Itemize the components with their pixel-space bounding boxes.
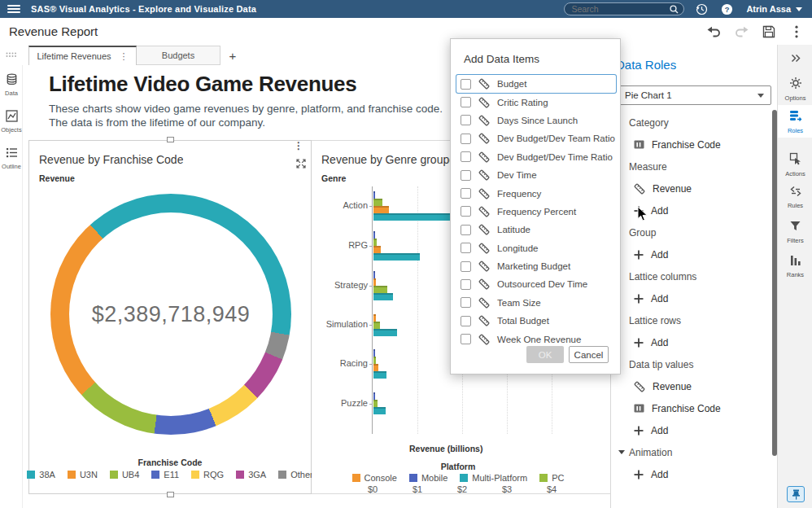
ok-button[interactable]: OK [526,346,564,363]
data-item-row[interactable]: Critic Rating [456,93,616,111]
bar-rpg-mobile[interactable] [373,231,375,239]
save-button[interactable] [762,24,776,39]
bar-action-pc[interactable] [373,199,382,206]
bar-racing-console[interactable] [373,364,378,371]
legend-item[interactable]: Console [352,473,397,483]
add-tab-button[interactable]: + [220,49,245,65]
more-options-kebab-icon[interactable] [789,24,804,39]
add-role-button[interactable]: Add [611,463,771,485]
bar-racing-pc[interactable] [373,357,376,364]
redo-button[interactable] [734,24,749,39]
user-menu[interactable]: Atrin Assa [746,4,802,14]
search-input[interactable] [565,4,662,14]
role-item-revenue[interactable]: Revenue [611,177,771,199]
undo-button[interactable] [706,24,721,39]
hamburger-menu-icon[interactable] [7,5,20,13]
cancel-button[interactable]: Cancel [569,346,609,363]
rail-item-options[interactable]: Options [778,72,812,105]
checkbox[interactable] [461,297,471,308]
bar-racing-mobile[interactable] [373,349,375,357]
search-input-container[interactable] [564,2,684,15]
panel-kebab-icon[interactable]: ⋮ [293,144,304,148]
help-icon[interactable]: ? [721,3,733,15]
sidebar-item-objects[interactable]: Objects [0,110,23,134]
checkbox[interactable] [461,115,471,125]
bar-puzzle-multi-platform[interactable] [373,407,386,414]
bar-rpg-pc[interactable] [373,239,377,246]
data-item-row[interactable]: Frequency [456,184,616,202]
maximize-icon[interactable] [296,159,306,169]
data-item-row[interactable]: Total Budget [456,312,616,330]
legend-item[interactable]: U3N [68,470,98,480]
checkbox[interactable] [461,170,471,181]
data-item-row[interactable]: Dev Budget/Dev Time Ratio [456,148,616,166]
bar-action-mobile[interactable] [373,191,375,199]
bar-rpg-multi-platform[interactable] [373,253,420,261]
add-role-button[interactable]: Add [611,287,771,309]
add-role-button[interactable]: Add [611,331,771,353]
bar-puzzle-mobile[interactable] [373,392,375,400]
collapse-triangle-icon[interactable] [618,450,625,454]
tab-lifetime-revenues[interactable]: Lifetime Revenues ⋮ [28,46,137,65]
bar-action-console[interactable] [373,206,389,213]
data-item-row[interactable]: Frequency Percent [456,203,616,221]
history-icon[interactable] [696,3,708,15]
add-role-button[interactable]: Add [611,243,771,265]
data-item-row[interactable]: Outsourced Dev Time [456,275,616,293]
legend-item[interactable]: Mobile [409,473,447,483]
checkbox[interactable] [461,188,471,199]
role-item-revenue[interactable]: Revenue [611,375,771,397]
role-item-franchise-code[interactable]: Franchise Code [611,397,771,419]
data-item-row[interactable]: Dev Budget/Dev Team Ratio [456,129,616,147]
checkbox[interactable] [461,79,471,90]
bar-racing-multi-platform[interactable] [373,371,386,379]
bar-rpg-console[interactable] [373,246,381,253]
bar-strategy-pc[interactable] [373,286,387,293]
legend-item[interactable]: Multi-Platform [460,473,527,483]
checkbox[interactable] [461,316,471,326]
checkbox[interactable] [461,97,471,107]
sidebar-item-outline[interactable]: Outline [0,147,23,170]
legend-item[interactable]: E11 [151,470,179,480]
legend-item[interactable]: UB4 [110,470,139,480]
checkbox[interactable] [461,334,471,344]
tab-strip-grip-icon[interactable] [6,52,17,58]
checkbox[interactable] [461,206,471,217]
sidebar-item-data[interactable]: Data [0,73,23,97]
add-role-button[interactable]: Add [611,199,771,221]
collapse-panel-icon[interactable] [778,51,812,66]
checkbox[interactable] [461,243,471,253]
add-role-button[interactable]: Add [611,419,771,441]
bar-simulation-pc[interactable] [373,322,380,329]
legend-item[interactable]: RQG [191,470,224,480]
data-item-row[interactable]: Budget [456,75,616,93]
selection-handle-top[interactable] [167,137,174,142]
rail-item-roles[interactable]: Roles [778,105,812,138]
rail-item-rules[interactable]: Rules [778,182,812,212]
legend-item[interactable]: PC [539,473,564,483]
checkbox[interactable] [461,225,471,235]
tab-budgets[interactable]: Budgets [137,46,220,65]
checkbox[interactable] [461,151,471,162]
rail-item-ranks[interactable]: Ranks [778,251,812,282]
role-item-franchise-code[interactable]: Franchise Code [611,134,771,155]
bar-simulation-multi-platform[interactable] [373,329,397,336]
data-item-row[interactable]: Latitude [456,221,616,239]
data-item-row[interactable]: Longitude [456,239,616,257]
checkbox[interactable] [461,261,471,272]
data-item-row[interactable]: Marketing Budget [456,257,616,275]
object-selector-dropdown[interactable]: Pie Chart 1 [618,85,771,105]
legend-item[interactable]: Other [278,470,313,480]
rail-item-actions[interactable]: Actions [778,148,812,181]
checkbox[interactable] [461,279,471,290]
data-item-row[interactable]: Dev Time [456,166,616,184]
rail-item-filters[interactable]: Filters [778,216,812,247]
pie-chart-panel[interactable]: Revenue by Franchise Code ⋮ Revenue $2,3… [28,140,312,494]
bar-strategy-multi-platform[interactable] [373,293,393,300]
checkbox[interactable] [461,134,471,144]
bar-puzzle-pc[interactable] [373,400,378,407]
pin-panel-button[interactable] [787,486,805,502]
legend-item[interactable]: 38A [27,470,55,480]
data-item-row[interactable]: Team Size [456,294,616,312]
selection-handle-bottom[interactable] [167,492,174,497]
